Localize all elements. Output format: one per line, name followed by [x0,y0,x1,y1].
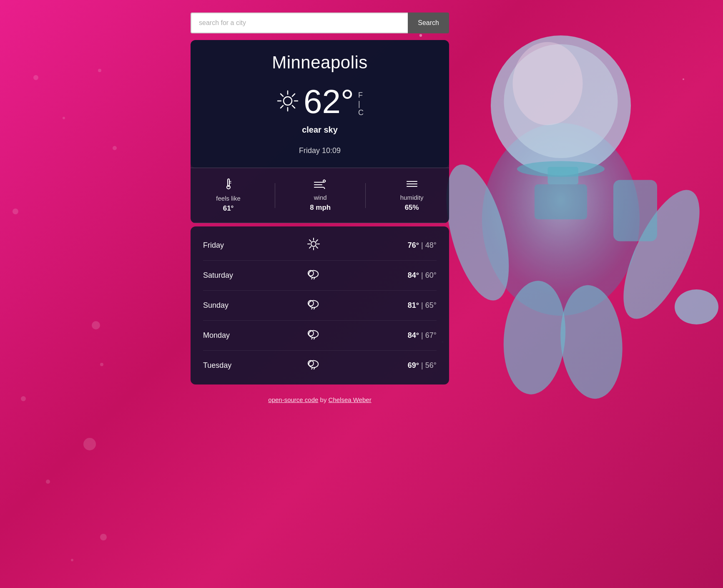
bubble-decor [13,209,18,214]
forecast-day-1: Saturday [203,271,253,280]
svg-line-42 [316,240,318,241]
forecast-day-3: Monday [203,331,253,340]
wind-value: 8 mph [310,204,331,212]
forecast-row-sunday: Sunday 81° | 65° [203,291,437,321]
weather-icon-sun [276,89,299,114]
search-button[interactable]: Search [408,13,449,33]
forecast-temps-0: 76° | 48° [374,241,437,250]
svg-line-54 [311,337,312,339]
temp-low-4: 56° [425,361,437,369]
datetime: Friday 10:09 [199,146,441,155]
svg-line-43 [309,246,311,248]
main-content: Search Minneapolis [191,13,449,403]
weather-main-card: Minneapolis 62° [191,40,449,223]
temperature-value: 62° [304,85,354,118]
forecast-icon-0 [303,237,324,254]
forecast-icon-3 [303,327,324,344]
search-input[interactable] [191,13,408,33]
author-link[interactable]: Chelsea Weber [329,396,372,403]
forecast-icon-2 [303,297,324,314]
humidity-icon [406,179,418,191]
temp-high-4: 69° [408,361,419,369]
svg-line-50 [311,307,312,309]
unit-toggle[interactable]: F | C [358,91,364,117]
footer-by-text: by [320,396,327,403]
temp-high-0: 76° [408,241,419,249]
footer: open-source code by Chelsea Weber [191,396,449,403]
thermometer-icon [223,178,233,192]
unit-sep: | [358,100,360,108]
svg-line-22 [292,106,295,108]
temp-sep-3: | [421,331,425,339]
svg-line-58 [311,367,312,369]
forecast-row-monday: Monday 84° | 67° [203,321,437,351]
source-code-link[interactable]: open-source code [268,396,318,403]
unit-c[interactable]: C [358,108,364,117]
bubble-decor [100,363,103,366]
temp-low-2: 65° [425,301,437,309]
svg-line-21 [281,94,283,96]
wind-stat: wind 8 mph [310,179,331,212]
svg-point-16 [284,97,292,105]
svg-line-40 [309,240,311,241]
unit-f[interactable]: F [358,91,363,100]
svg-line-24 [281,106,283,108]
bubble-decor [33,75,38,80]
svg-line-41 [316,246,318,248]
svg-rect-9 [613,180,657,241]
temperature-row: 62° F | C [199,85,441,118]
forecast-day-2: Sunday [203,301,253,310]
svg-point-12 [517,161,605,177]
city-name: Minneapolis [199,53,441,73]
forecast-temps-3: 84° | 67° [374,331,437,340]
bubble-decor [71,559,73,561]
stats-row: feels like 61° wind 8 mph [191,168,449,223]
temp-high-3: 84° [408,331,419,339]
stat-divider-2 [365,183,366,208]
forecast-day-0: Friday [203,241,253,250]
humidity-label: humidity [400,194,424,201]
forecast-icon-1 [303,267,324,284]
bubble-decor [92,321,100,329]
temp-sep-1: | [421,271,425,279]
temp-sep-0: | [421,241,425,249]
temp-low-1: 60° [425,271,437,279]
forecast-temps-1: 84° | 60° [374,271,437,280]
svg-rect-10 [535,184,587,219]
bubble-decor [46,480,50,484]
temp-high-2: 81° [408,301,419,309]
forecast-temps-4: 69° | 56° [374,361,437,370]
bubble-decor [83,438,96,450]
forecast-day-4: Tuesday [203,361,253,370]
bubble-decor [21,396,26,401]
bubble-decor [113,146,117,150]
wind-icon [314,179,327,191]
search-container: Search [191,13,449,33]
forecast-temps-2: 81° | 65° [374,301,437,310]
feels-like-stat: feels like 61° [216,178,240,213]
weather-description: clear sky [199,125,441,135]
bubble-decor [98,69,101,72]
stat-divider-1 [275,183,275,208]
temp-sep-4: | [421,361,425,369]
temp-low-3: 67° [425,331,437,339]
svg-line-46 [311,277,312,279]
svg-point-14 [683,78,684,80]
temp-high-1: 84° [408,271,419,279]
forecast-card: Friday 76° | 48° [191,226,449,384]
forecast-row-friday: Friday 76° | 48° [203,231,437,261]
bubble-decor [63,117,65,119]
forecast-row-tuesday: Tuesday 69° | 56° [203,351,437,380]
forecast-row-saturday: Saturday 84° | 60° [203,261,437,291]
forecast-icon-4 [303,357,324,374]
bubble-decor [100,534,107,540]
humidity-value: 65% [405,204,419,212]
temp-sep-2: | [421,301,425,309]
current-weather-card: Minneapolis 62° [191,40,449,168]
svg-point-6 [675,289,718,324]
svg-point-35 [311,241,316,246]
svg-point-3 [513,42,583,126]
svg-line-23 [292,94,295,96]
feels-like-value: 61° [223,204,234,213]
temp-low-0: 48° [425,241,437,249]
